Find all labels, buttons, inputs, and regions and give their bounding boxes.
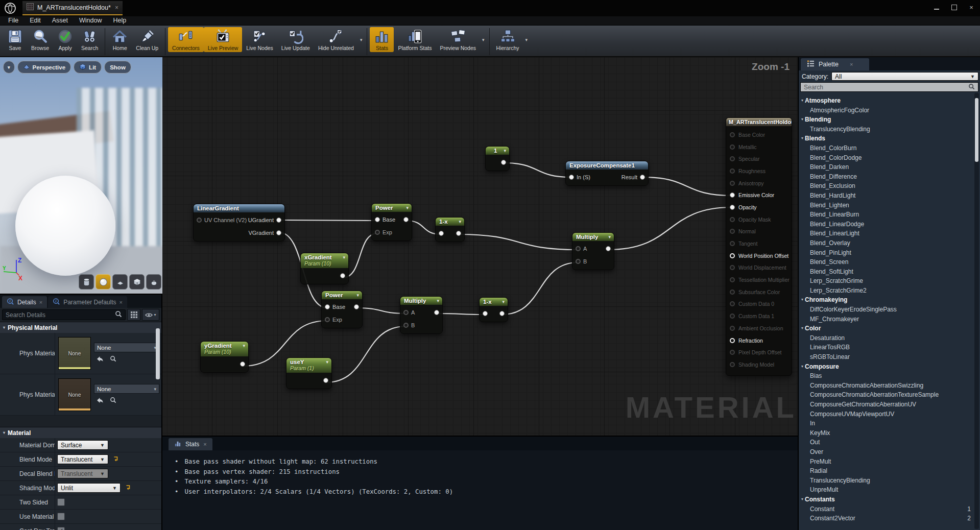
node-pin[interactable] bbox=[276, 230, 281, 235]
palette-item-translucencyblending[interactable]: TranslucencyBlending bbox=[799, 125, 980, 134]
maximize-icon[interactable] bbox=[945, 0, 963, 14]
graph-node-1[interactable]: 1▾ bbox=[485, 146, 510, 171]
node-pin[interactable] bbox=[730, 265, 735, 270]
node-pin[interactable] bbox=[730, 314, 735, 319]
phys-material-select[interactable]: None▾ bbox=[94, 343, 159, 352]
chevron-down-icon[interactable]: ▾ bbox=[326, 359, 328, 365]
node-pin[interactable] bbox=[730, 362, 735, 367]
viewport-button-lit[interactable]: Lit bbox=[74, 61, 102, 74]
chevron-down-icon[interactable]: ▾ bbox=[502, 299, 505, 304]
chevron-down-icon[interactable]: ▾ bbox=[343, 255, 345, 260]
chevron-down-icon[interactable]: ▾ bbox=[480, 37, 487, 42]
checkbox-two-sided[interactable] bbox=[57, 498, 65, 506]
tab-close-icon[interactable]: × bbox=[115, 4, 118, 11]
palette-category-constants[interactable]: ▾Constants bbox=[799, 495, 980, 504]
toolbar-button-hierarchy[interactable]: Hierarchy bbox=[492, 27, 523, 52]
menu-file[interactable]: File bbox=[3, 16, 24, 25]
close-icon[interactable]: × bbox=[963, 0, 980, 14]
toolbar-button-save[interactable]: Save bbox=[3, 27, 27, 52]
palette-item-out[interactable]: Out bbox=[799, 438, 980, 447]
phys-material-select[interactable]: None▾ bbox=[94, 384, 159, 394]
menu-window[interactable]: Window bbox=[74, 16, 107, 25]
palette-item-blend-linearburn[interactable]: Blend_LinearBurn bbox=[799, 210, 980, 220]
palette-item-blend-hardlight[interactable]: Blend_HardLight bbox=[799, 191, 980, 201]
node-pin[interactable] bbox=[483, 311, 488, 316]
toolbar-button-platform-stats[interactable]: Platform Stats bbox=[394, 27, 436, 52]
preview-shape-plane[interactable] bbox=[112, 274, 128, 290]
use-selected-icon[interactable] bbox=[96, 396, 104, 405]
preview-shape-sphere[interactable] bbox=[95, 274, 111, 290]
node-pin[interactable] bbox=[730, 241, 735, 246]
checkbox-cast-ray-trac[interactable]: ✓ bbox=[57, 527, 65, 530]
viewport-button-perspective[interactable]: Perspective bbox=[17, 61, 71, 74]
node-pin[interactable] bbox=[730, 253, 735, 258]
palette-item-composuregetchromaticaberrationuv[interactable]: ComposureGetChromaticAberrationUV bbox=[799, 400, 980, 409]
palette-item-blend-lineardodge[interactable]: Blend_LinearDodge bbox=[799, 220, 980, 229]
toolbar-button-preview-nodes[interactable]: Preview Nodes bbox=[436, 27, 480, 52]
menu-edit[interactable]: Edit bbox=[24, 16, 46, 25]
toolbar-button-browse[interactable]: Browse bbox=[27, 27, 53, 52]
graph-node-exposurecompensate1[interactable]: ExposureCompensate1In (S)Result bbox=[565, 161, 649, 186]
toolbar-button-search[interactable]: Search bbox=[77, 27, 102, 52]
asset-tab[interactable]: M_ARTranslucentHoldou* × bbox=[22, 1, 123, 15]
node-pin[interactable] bbox=[403, 217, 409, 222]
palette-item-blend-screen[interactable]: Blend_Screen bbox=[799, 257, 980, 267]
chevron-down-icon[interactable]: ▾ bbox=[608, 234, 611, 239]
display-filter-button[interactable] bbox=[127, 309, 140, 321]
material-thumbnail[interactable]: None bbox=[58, 378, 91, 411]
material-graph-canvas[interactable]: Zoom -1 MATERIAL M_ARTranslucentHoldout … bbox=[162, 57, 798, 436]
palette-category-select[interactable]: All ▼ bbox=[831, 72, 978, 81]
node-pin[interactable] bbox=[576, 259, 581, 264]
palette-category-chromakeying[interactable]: ▾Chromakeying bbox=[799, 295, 980, 305]
palette-item-lineartosrgb[interactable]: LinearTosRGB bbox=[799, 343, 980, 352]
minimize-icon[interactable] bbox=[928, 0, 945, 14]
node-pin[interactable] bbox=[403, 323, 409, 328]
graph-node-lineargradient[interactable]: LinearGradientUV Channel (V2)UGradientVG… bbox=[193, 204, 285, 242]
toolbar-button-home[interactable]: Home bbox=[108, 27, 132, 52]
graph-node-main-material-output[interactable]: M_ARTranslucentHoldout Base ColorMetalli… bbox=[726, 117, 792, 376]
palette-item-desaturation[interactable]: Desaturation bbox=[799, 333, 980, 343]
tab-details[interactable]: iDetails× bbox=[2, 296, 47, 308]
toolbar-button-live-nodes[interactable]: Live Nodes bbox=[242, 27, 277, 52]
details-scrollbar-thumb[interactable] bbox=[156, 328, 160, 379]
graph-node-power[interactable]: Power▾BaseExp bbox=[321, 291, 363, 328]
palette-item-in[interactable]: In bbox=[799, 419, 980, 428]
node-pin[interactable] bbox=[730, 192, 735, 198]
node-pin[interactable] bbox=[730, 229, 735, 234]
palette-item-mf-chromakeyer[interactable]: MF_Chromakeyer bbox=[799, 315, 980, 324]
use-selected-icon[interactable] bbox=[96, 355, 104, 364]
property-select-shading-mod[interactable]: Unlit▼ bbox=[57, 483, 121, 493]
node-pin[interactable] bbox=[730, 205, 735, 210]
graph-node-power[interactable]: Power▾BaseExp bbox=[371, 203, 412, 241]
node-pin[interactable] bbox=[730, 156, 735, 161]
node-pin[interactable] bbox=[576, 246, 581, 251]
node-pin[interactable] bbox=[240, 362, 245, 367]
palette-item-blend-colorburn[interactable]: Blend_ColorBurn bbox=[799, 143, 980, 153]
preview-shape-teapot[interactable] bbox=[146, 274, 161, 290]
chevron-down-icon[interactable]: ▾ bbox=[504, 148, 506, 153]
node-pin[interactable] bbox=[730, 217, 735, 222]
tab-stats[interactable]: Stats × bbox=[169, 438, 212, 450]
node-pin[interactable] bbox=[640, 175, 645, 180]
node-pin[interactable] bbox=[730, 301, 735, 306]
palette-item-diffcolorkeyererodesinglepass[interactable]: DiffColorKeyerErodeSinglePass bbox=[799, 305, 980, 315]
palette-item-blend-lighten[interactable]: Blend_Lighten bbox=[799, 201, 980, 210]
chevron-down-icon[interactable]: ▾ bbox=[437, 298, 439, 303]
palette-item-constant2vector[interactable]: Constant2Vector2 bbox=[799, 514, 980, 523]
close-icon[interactable]: × bbox=[203, 441, 206, 447]
palette-item-translucencyblending[interactable]: TranslucencyBlending bbox=[799, 476, 980, 486]
viewport-button-show[interactable]: Show bbox=[104, 61, 131, 74]
graph-node-xgradient[interactable]: xGradient▾Param (10) bbox=[300, 253, 349, 284]
palette-item-composureuvmapviewportuv[interactable]: ComposureUVMapViewportUV bbox=[799, 409, 980, 419]
palette-item-composurechromaticaberrationswizzling[interactable]: ComposureChromaticAberrationSwizzling bbox=[799, 381, 980, 391]
reset-to-default-icon[interactable] bbox=[125, 484, 131, 493]
graph-node-1-x[interactable]: 1-x▾ bbox=[479, 297, 508, 322]
reset-to-default-icon[interactable] bbox=[112, 455, 118, 464]
node-pin[interactable] bbox=[197, 218, 202, 223]
node-pin[interactable] bbox=[730, 144, 735, 150]
node-pin[interactable] bbox=[730, 326, 735, 331]
palette-item-composurechromaticaberrationtexturesample[interactable]: ComposureChromaticAberrationTextureSampl… bbox=[799, 390, 980, 400]
node-pin[interactable] bbox=[375, 230, 380, 235]
palette-scrollbar-thumb[interactable] bbox=[975, 98, 978, 162]
palette-item-lerp-scratchgrime[interactable]: Lerp_ScratchGrime bbox=[799, 276, 980, 286]
